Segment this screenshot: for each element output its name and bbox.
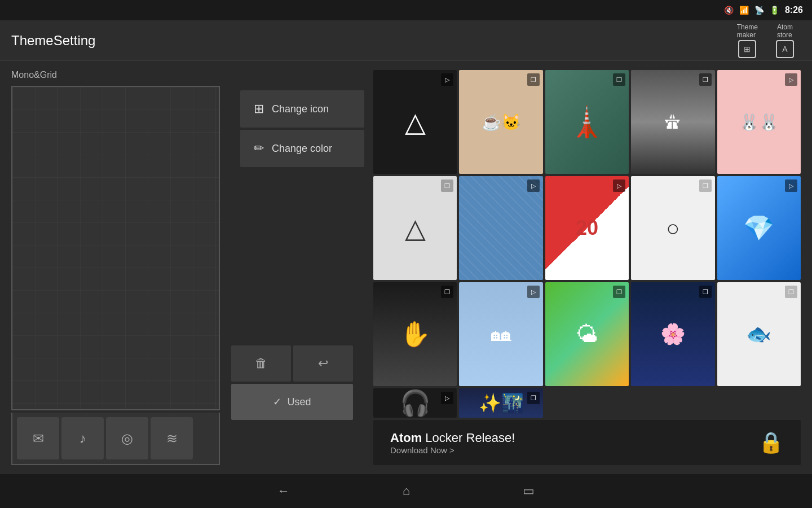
theme-tile-7[interactable]: ▷ — [459, 176, 542, 280]
home-button[interactable]: ⌂ — [391, 479, 421, 503]
back-button[interactable]: ← — [266, 479, 301, 503]
change-icon-label: Change icon — [272, 103, 329, 115]
banner-title: Atom Locker Release! — [390, 431, 747, 445]
tile-overlay-8: ▷ — [613, 179, 625, 192]
app-bar: ThemeSetting Thememaker ⊞ Atomstore A — [0, 20, 812, 61]
undo-button[interactable]: ↩ — [293, 345, 353, 382]
tile-overlay-10: ▷ — [785, 179, 797, 192]
theme-tile-13[interactable]: 🌤 ❐ — [545, 282, 629, 386]
tile-overlay-9: ❐ — [699, 179, 712, 192]
atom-store-label: Atomstore — [777, 23, 793, 39]
theme-tile-2[interactable]: ☕🐱 ❐ — [459, 70, 542, 174]
tile-overlay-16: ▷ — [441, 392, 453, 404]
signal-icon: 📡 — [754, 6, 764, 15]
tile-overlay-14: ❐ — [699, 286, 712, 298]
status-bar: 🔇 📶 📡 🔋 8:26 — [0, 0, 812, 20]
used-check-icon: ✓ — [273, 396, 281, 408]
bottom-actions: 🗑 ↩ ✓ Used — [231, 345, 353, 420]
app-title: ThemeSetting — [11, 33, 730, 49]
theme-maker-label: Thememaker — [737, 23, 758, 39]
nav-bar: ← ⌂ ▭ — [0, 474, 812, 508]
theme-tile-17[interactable]: ✨🌃 ❐ — [459, 388, 542, 418]
tile-overlay-15: ❐ — [785, 286, 797, 298]
theme-tile-15[interactable]: 🐟 ❐ — [717, 282, 801, 386]
theme-tile-10[interactable]: 💎 ▷ — [717, 176, 801, 280]
icon-thumb-music[interactable]: ♪ — [61, 417, 104, 459]
atom-store-icon: A — [776, 40, 794, 58]
icon-thumb-envelope[interactable]: ✉ — [17, 417, 59, 459]
tile-overlay-7: ▷ — [527, 179, 540, 192]
theme-tile-4[interactable]: 🛣 ❐ — [631, 70, 714, 174]
atom-store-button[interactable]: Atomstore A — [769, 20, 801, 62]
delete-button[interactable]: 🗑 — [231, 345, 291, 382]
theme-maker-icon: ⊞ — [738, 40, 756, 58]
theme-tile-16[interactable]: 🎧 ▷ — [373, 388, 457, 418]
recent-button[interactable]: ▭ — [511, 479, 546, 503]
tile-overlay-12: ▷ — [527, 286, 540, 298]
theme-tile-8[interactable]: 20 ▷ — [545, 176, 629, 280]
back-icon: ← — [277, 484, 290, 498]
theme-maker-button[interactable]: Thememaker ⊞ — [730, 20, 765, 62]
theme-grid: △ ▷ ☕🐱 ❐ 🗼 ❐ 🛣 ❐ 🐰🐰 ▷ △ ❐ — [373, 70, 801, 418]
tile-overlay-13: ❐ — [613, 286, 625, 298]
theme-tile-6[interactable]: △ ❐ — [373, 176, 457, 280]
theme-tile-3[interactable]: 🗼 ❐ — [545, 70, 629, 174]
preview-area — [11, 86, 220, 410]
theme-tile-11[interactable]: ✋ ❐ — [373, 282, 457, 386]
tile-overlay-17: ❐ — [527, 392, 540, 404]
change-icon-button[interactable]: ⊞ Change icon — [240, 90, 364, 128]
tile-overlay-3: ❐ — [613, 73, 625, 86]
right-panel: △ ▷ ☕🐱 ❐ 🗼 ❐ 🛣 ❐ 🐰🐰 ▷ △ ❐ — [373, 70, 801, 465]
status-time: 8:26 — [785, 5, 803, 15]
change-color-icon: ✏ — [254, 141, 264, 156]
theme-tile-9[interactable]: ○ ❐ — [631, 176, 714, 280]
recent-icon: ▭ — [523, 484, 535, 498]
used-label: Used — [287, 396, 311, 408]
change-color-label: Change color — [272, 143, 332, 155]
banner-subtitle: Download Now > — [390, 445, 747, 455]
tile-overlay-6: ❐ — [441, 179, 453, 192]
icon-thumb-disc[interactable]: ◎ — [106, 417, 148, 459]
banner-title-rest: Locker Release! — [425, 431, 515, 445]
left-panel: Mono&Grid ✉ ♪ ◎ ≋ — [11, 70, 231, 465]
section-title: Mono&Grid — [11, 70, 231, 80]
theme-tile-1[interactable]: △ ▷ — [373, 70, 457, 174]
mute-icon: 🔇 — [724, 6, 734, 15]
home-icon: ⌂ — [403, 484, 410, 498]
undo-icon: ↩ — [318, 356, 328, 371]
theme-tile-12[interactable]: 🏘 ▷ — [459, 282, 542, 386]
tile-overlay-4: ❐ — [699, 73, 712, 86]
banner-lock-icon: 🔒 — [758, 431, 784, 454]
change-color-button[interactable]: ✏ Change color — [240, 130, 364, 167]
app-bar-actions: Thememaker ⊞ Atomstore A — [730, 20, 801, 62]
icon-thumb-pattern[interactable]: ≋ — [151, 417, 193, 459]
used-button[interactable]: ✓ Used — [231, 384, 353, 420]
change-icon-icon: ⊞ — [254, 102, 264, 116]
tile-overlay-1: ▷ — [441, 73, 453, 86]
bottom-btn-row: 🗑 ↩ — [231, 345, 353, 382]
delete-icon: 🗑 — [255, 356, 267, 371]
icon-tray: ✉ ♪ ◎ ≋ — [11, 413, 220, 465]
banner[interactable]: Atom Locker Release! Download Now > 🔒 — [373, 420, 801, 465]
tile-overlay-2: ❐ — [527, 73, 540, 86]
wifi-icon: 📶 — [739, 6, 749, 15]
banner-text: Atom Locker Release! Download Now > — [390, 431, 747, 455]
theme-tile-5[interactable]: 🐰🐰 ▷ — [717, 70, 801, 174]
tile-overlay-11: ❐ — [441, 286, 453, 298]
preview-grid — [12, 87, 219, 409]
main-content: Mono&Grid ✉ ♪ ◎ ≋ ⊞ Change icon ✏ Change… — [0, 61, 812, 474]
theme-tile-14[interactable]: 🌸 ❐ — [631, 282, 714, 386]
tile-overlay-5: ▷ — [785, 73, 797, 86]
battery-icon: 🔋 — [770, 6, 779, 15]
banner-title-bold: Atom — [390, 431, 422, 445]
